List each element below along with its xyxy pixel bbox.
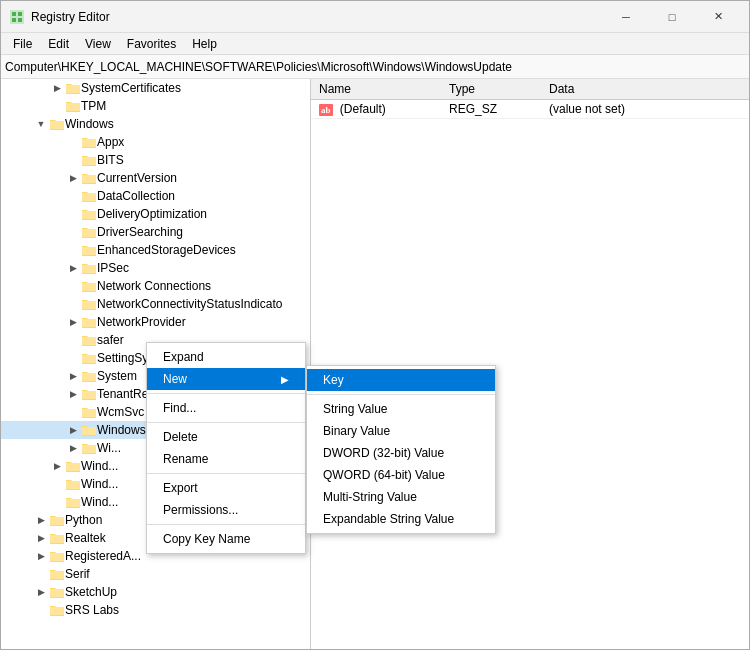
ctx-new[interactable]: New ▶: [147, 368, 305, 390]
tree-item-networkconnectivity[interactable]: NetworkConnectivityStatusIndicato: [1, 295, 310, 313]
ctx-permissions[interactable]: Permissions...: [147, 499, 305, 521]
address-path: Computer\HKEY_LOCAL_MACHINE\SOFTWARE\Pol…: [5, 60, 512, 74]
tree-label: RegisteredA...: [65, 549, 141, 563]
tree-label: DeliveryOptimization: [97, 207, 207, 221]
tree-item-tpm[interactable]: TPM: [1, 97, 310, 115]
sub-binary-value-label: Binary Value: [323, 424, 390, 438]
sub-string-value[interactable]: String Value: [307, 398, 495, 420]
ctx-separator-3: [147, 473, 305, 474]
menu-favorites[interactable]: Favorites: [119, 35, 184, 53]
tree-item-currentversion[interactable]: ▶ CurrentVersion: [1, 169, 310, 187]
ctx-find-label: Find...: [163, 401, 196, 415]
tree-item-bits[interactable]: BITS: [1, 151, 310, 169]
tree-item-networkprovider[interactable]: ▶ NetworkProvider: [1, 313, 310, 331]
folder-icon: [81, 350, 97, 366]
tree-item-systemcertificates[interactable]: ▶ SystemCertificates: [1, 79, 310, 97]
sub-multi-string-label: Multi-String Value: [323, 490, 417, 504]
ctx-permissions-label: Permissions...: [163, 503, 238, 517]
ctx-export[interactable]: Export: [147, 477, 305, 499]
folder-icon: [81, 278, 97, 294]
col-header-type: Type: [441, 79, 541, 100]
sub-expandable-string-value[interactable]: Expandable String Value: [307, 508, 495, 530]
ctx-delete-label: Delete: [163, 430, 198, 444]
close-button[interactable]: ✕: [695, 1, 741, 33]
tree-item-driversearching[interactable]: DriverSearching: [1, 223, 310, 241]
tree-item-serif[interactable]: Serif: [1, 565, 310, 583]
ctx-rename[interactable]: Rename: [147, 448, 305, 470]
menu-view[interactable]: View: [77, 35, 119, 53]
menu-help[interactable]: Help: [184, 35, 225, 53]
tree-label: CurrentVersion: [97, 171, 177, 185]
tree-label: SketchUp: [65, 585, 117, 599]
sub-string-value-label: String Value: [323, 402, 387, 416]
tree-label: Wind...: [81, 459, 118, 473]
ctx-expand-label: Expand: [163, 350, 204, 364]
tree-item-windows[interactable]: ▼ Windows: [1, 115, 310, 133]
context-menu: Expand New ▶ Find... Delete Rename Expor…: [146, 342, 306, 554]
ctx-delete[interactable]: Delete: [147, 426, 305, 448]
tree-item-networkconnections[interactable]: Network Connections: [1, 277, 310, 295]
tree-item-ipsec[interactable]: ▶ IPSec: [1, 259, 310, 277]
ctx-copy-key-name[interactable]: Copy Key Name: [147, 528, 305, 550]
folder-icon: [81, 260, 97, 276]
folder-icon: [81, 440, 97, 456]
tree-label: DataCollection: [97, 189, 175, 203]
folder-icon-open: [49, 116, 65, 132]
ctx-find[interactable]: Find...: [147, 397, 305, 419]
address-bar: Computer\HKEY_LOCAL_MACHINE\SOFTWARE\Pol…: [1, 55, 749, 79]
tree-label: Wind...: [81, 495, 118, 509]
registry-table: Name Type Data ab (Default) REG_SZ (valu…: [311, 79, 749, 119]
ctx-export-label: Export: [163, 481, 198, 495]
menu-edit[interactable]: Edit: [40, 35, 77, 53]
sub-multi-string-value[interactable]: Multi-String Value: [307, 486, 495, 508]
folder-icon: [81, 368, 97, 384]
reg-type: REG_SZ: [441, 100, 541, 119]
tree-label: EnhancedStorageDevices: [97, 243, 236, 257]
tree-item-srslabs[interactable]: SRS Labs: [1, 601, 310, 619]
sub-dword-value[interactable]: DWORD (32-bit) Value: [307, 442, 495, 464]
sub-qword-value[interactable]: QWORD (64-bit) Value: [307, 464, 495, 486]
ctx-rename-label: Rename: [163, 452, 208, 466]
folder-icon: [49, 602, 65, 618]
tree-item-deliveryoptimization[interactable]: DeliveryOptimization: [1, 205, 310, 223]
folder-icon: [81, 134, 97, 150]
sub-separator-1: [307, 394, 495, 395]
folder-icon: [81, 314, 97, 330]
folder-icon: [81, 242, 97, 258]
tree-label: Windows: [65, 117, 114, 131]
folder-icon: [65, 458, 81, 474]
folder-icon: [81, 152, 97, 168]
ctx-new-label: New: [163, 372, 187, 386]
reg-name: ab (Default): [311, 100, 441, 119]
minimize-button[interactable]: ─: [603, 1, 649, 33]
app-icon: [9, 9, 25, 25]
maximize-button[interactable]: □: [649, 1, 695, 33]
sub-binary-value[interactable]: Binary Value: [307, 420, 495, 442]
window-title: Registry Editor: [31, 10, 603, 24]
tree-item-enhancedstoragedevices[interactable]: EnhancedStorageDevices: [1, 241, 310, 259]
folder-icon: [49, 584, 65, 600]
folder-icon: [81, 332, 97, 348]
folder-icon: [49, 512, 65, 528]
tree-item-appx[interactable]: Appx: [1, 133, 310, 151]
tree-label: NetworkConnectivityStatusIndicato: [97, 297, 282, 311]
ctx-expand[interactable]: Expand: [147, 346, 305, 368]
tree-label: SRS Labs: [65, 603, 119, 617]
folder-icon: [81, 170, 97, 186]
sub-key-label: Key: [323, 373, 344, 387]
folder-icon: [81, 206, 97, 222]
title-bar: Registry Editor ─ □ ✕: [1, 1, 749, 33]
svg-rect-2: [18, 12, 22, 16]
folder-icon: [81, 404, 97, 420]
tree-label: System: [97, 369, 137, 383]
menu-file[interactable]: File: [5, 35, 40, 53]
tree-label: Wi...: [97, 441, 121, 455]
svg-rect-1: [12, 12, 16, 16]
table-row[interactable]: ab (Default) REG_SZ (value not set): [311, 100, 749, 119]
tree-item-sketchup[interactable]: ▶ SketchUp: [1, 583, 310, 601]
tree-item-datacollection[interactable]: DataCollection: [1, 187, 310, 205]
sub-key[interactable]: Key: [307, 369, 495, 391]
folder-icon: [81, 422, 97, 438]
expander-icon: ▶: [49, 83, 65, 93]
ctx-separator-2: [147, 422, 305, 423]
